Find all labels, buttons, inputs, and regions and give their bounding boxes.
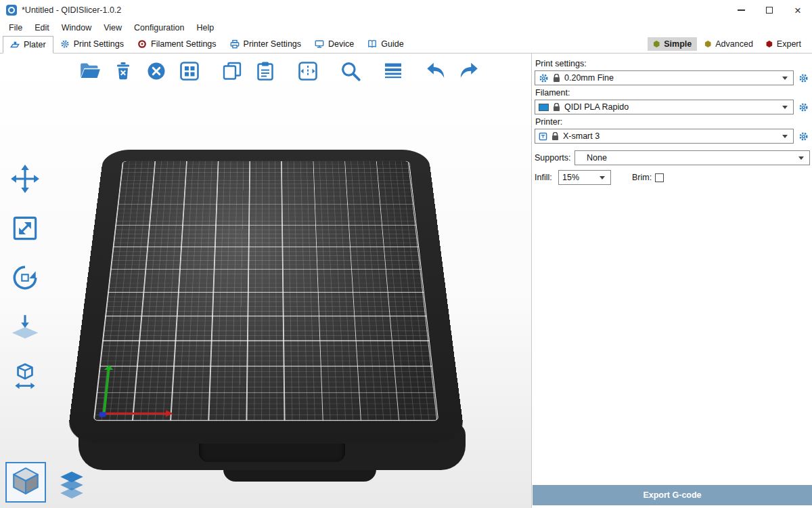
brim-label: Brim: bbox=[632, 173, 652, 182]
menu-help[interactable]: Help bbox=[190, 22, 220, 34]
app-logo-icon bbox=[6, 5, 17, 16]
copy-button[interactable] bbox=[218, 57, 246, 85]
print-settings-combo[interactable]: 0.20mm Fine bbox=[535, 70, 794, 85]
infill-combo[interactable]: 15% bbox=[558, 170, 611, 185]
filament-gear-button[interactable] bbox=[797, 102, 810, 112]
3d-view-cube-icon bbox=[10, 465, 41, 499]
advanced-mode-dot-icon bbox=[704, 41, 711, 47]
y-axis-indicator bbox=[103, 369, 110, 415]
tab-device[interactable]: Device bbox=[308, 35, 361, 53]
delete-all-button[interactable] bbox=[142, 57, 171, 85]
3d-viewport[interactable] bbox=[0, 54, 532, 508]
title-bar: *Untitled - QIDISlicer-1.0.2 × bbox=[0, 0, 812, 20]
minimize-icon bbox=[738, 9, 745, 11]
tab-filament-settings[interactable]: Filament Settings bbox=[131, 35, 223, 53]
split-objects-icon bbox=[297, 60, 319, 82]
object-manipulation-toolbar bbox=[5, 161, 45, 398]
rotate-icon bbox=[9, 262, 41, 296]
printer-icon bbox=[539, 132, 547, 141]
3d-editor-view-button[interactable] bbox=[5, 462, 46, 503]
filament-value: QIDI PLA Rapido bbox=[564, 102, 629, 112]
view-toggles bbox=[5, 462, 89, 503]
print-settings-value: 0.20mm Fine bbox=[564, 73, 614, 83]
brim-checkbox[interactable] bbox=[655, 173, 664, 182]
maximize-button[interactable] bbox=[755, 0, 784, 20]
tab-label: Device bbox=[328, 39, 354, 49]
paste-icon bbox=[254, 60, 276, 82]
plater-icon bbox=[10, 40, 20, 49]
z-axis-indicator bbox=[99, 412, 106, 417]
open-folder-icon bbox=[78, 60, 102, 83]
menu-bar: File Edit Window View Configuration Help bbox=[0, 20, 812, 35]
chevron-down-icon bbox=[782, 106, 788, 109]
paste-button[interactable] bbox=[251, 57, 279, 85]
split-objects-button[interactable] bbox=[294, 57, 322, 85]
export-gcode-button[interactable]: Export G-code bbox=[533, 485, 812, 505]
close-button[interactable]: × bbox=[784, 0, 812, 20]
redo-button[interactable] bbox=[455, 57, 483, 85]
undo-button[interactable] bbox=[422, 57, 450, 85]
menu-view[interactable]: View bbox=[97, 22, 128, 34]
infill-label: Infill: bbox=[535, 173, 555, 182]
tab-label: Printer Settings bbox=[244, 39, 301, 49]
printer-gear-button[interactable] bbox=[797, 131, 810, 142]
supports-combo[interactable]: None bbox=[574, 150, 810, 165]
delete-all-icon bbox=[145, 60, 167, 82]
filament-combo[interactable]: QIDI PLA Rapido bbox=[535, 100, 794, 114]
mode-simple[interactable]: Simple bbox=[648, 37, 697, 51]
tab-print-settings[interactable]: Print Settings bbox=[53, 35, 131, 53]
lock-icon bbox=[553, 74, 560, 83]
move-button[interactable] bbox=[5, 161, 45, 200]
chevron-down-icon bbox=[782, 77, 788, 80]
variable-layer-height-button[interactable] bbox=[379, 57, 407, 85]
arrange-button[interactable] bbox=[175, 57, 204, 85]
mode-label: Advanced bbox=[715, 39, 753, 49]
trash-icon bbox=[112, 60, 134, 82]
rotate-button[interactable] bbox=[5, 259, 45, 299]
filament-label: Filament: bbox=[535, 88, 809, 98]
menu-file[interactable]: File bbox=[3, 22, 28, 34]
printer-combo[interactable]: X-smart 3 bbox=[535, 129, 794, 144]
tab-guide[interactable]: Guide bbox=[361, 35, 410, 53]
infill-value: 15% bbox=[562, 173, 579, 182]
tab-bar: Plater Print Settings Filament Settings … bbox=[0, 35, 812, 54]
place-on-face-icon bbox=[9, 312, 41, 345]
chevron-down-icon bbox=[600, 176, 605, 179]
tab-label: Plater bbox=[24, 40, 46, 49]
print-bed-plate bbox=[93, 161, 438, 421]
gear-icon bbox=[539, 73, 549, 83]
gear-icon bbox=[60, 39, 70, 49]
print-settings-gear-button[interactable] bbox=[797, 73, 810, 83]
minimize-button[interactable] bbox=[727, 0, 755, 20]
x-axis-indicator bbox=[103, 412, 166, 415]
measure-button[interactable] bbox=[5, 358, 45, 398]
filament-spool-icon bbox=[137, 39, 147, 49]
search-button[interactable] bbox=[336, 57, 365, 85]
place-on-face-button[interactable] bbox=[5, 309, 45, 348]
preview-view-button[interactable] bbox=[54, 467, 89, 503]
mode-label: Simple bbox=[664, 39, 692, 49]
viewport-toolbar bbox=[76, 57, 483, 85]
arrange-icon bbox=[179, 60, 200, 82]
open-button[interactable] bbox=[76, 57, 104, 85]
lock-icon bbox=[551, 132, 559, 141]
scale-icon bbox=[9, 213, 41, 247]
menu-edit[interactable]: Edit bbox=[28, 22, 55, 34]
tab-plater[interactable]: Plater bbox=[3, 36, 53, 54]
menu-configuration[interactable]: Configuration bbox=[128, 22, 190, 34]
tab-printer-settings[interactable]: Printer Settings bbox=[223, 35, 308, 53]
search-icon bbox=[339, 60, 362, 83]
settings-sidebar: Print settings: 0.20mm Fine Filament: QI… bbox=[533, 54, 812, 508]
device-monitor-icon bbox=[315, 39, 324, 49]
mode-expert[interactable]: Expert bbox=[761, 37, 807, 51]
mode-advanced[interactable]: Advanced bbox=[699, 37, 759, 51]
scale-button[interactable] bbox=[5, 210, 45, 249]
chevron-down-icon bbox=[782, 135, 788, 138]
copy-icon bbox=[221, 60, 243, 82]
tab-label: Filament Settings bbox=[151, 39, 217, 49]
delete-button[interactable] bbox=[109, 57, 137, 85]
printer-value: X-smart 3 bbox=[563, 131, 600, 141]
mode-selector: Simple Advanced Expert bbox=[648, 37, 812, 51]
menu-window[interactable]: Window bbox=[55, 22, 97, 34]
undo-icon bbox=[424, 60, 447, 83]
